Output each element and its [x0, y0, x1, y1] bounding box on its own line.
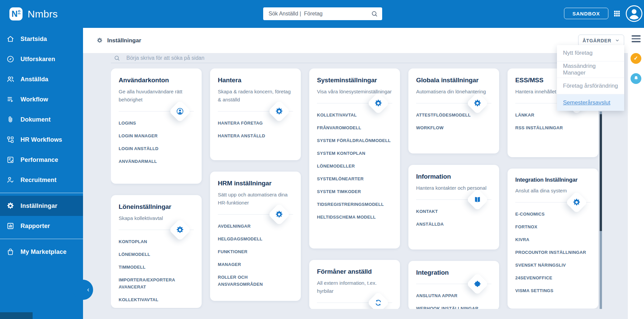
- brand[interactable]: N o Nmbrs: [9, 0, 58, 28]
- card-hantera: HanteraSkapa & radera koncern, företag &…: [210, 69, 301, 160]
- scrollbar-thumb[interactable]: [600, 114, 602, 231]
- card-link-lankar[interactable]: LÄNKAR: [515, 111, 591, 119]
- workflow-icon: [6, 95, 14, 103]
- menu-item-massandring-manager[interactable]: Massändring Manager: [557, 61, 624, 78]
- sidebar-item-dokument[interactable]: Dokument: [0, 109, 83, 130]
- menu-item-semesterarsavslut[interactable]: Semesterårsavslut: [557, 94, 624, 111]
- sidebar-item-label: HR Workflows: [21, 136, 62, 143]
- card-link-heltidsschema-modell[interactable]: HELTIDSSCHEMA MODELL: [317, 214, 392, 221]
- card-link-lonemodeller[interactable]: LÖNEMODELLER: [317, 163, 392, 170]
- card-links: ATTESTFLÖDESMODELLWORKFLOW: [416, 111, 491, 131]
- card-link-funktioner[interactable]: FUNKTIONER: [218, 248, 293, 255]
- sidebar-item-rapporter[interactable]: Rapporter: [0, 216, 83, 236]
- card-link-franvaromodell[interactable]: FRÅNVAROMODELL: [317, 124, 392, 131]
- card-title: Information: [416, 173, 491, 180]
- card-link-procountor-installningar[interactable]: PROCOUNTOR INSTÄLLNINGAR: [515, 249, 591, 256]
- card-link-webhook-installningar[interactable]: WEBHOOK INSTÄLLNINGAR: [416, 305, 491, 309]
- card-link-avdelningar[interactable]: AVDELNINGAR: [218, 223, 293, 230]
- card-link-kollektivavtal[interactable]: KOLLEKTIVAVTAL: [119, 296, 194, 303]
- notification-alerts[interactable]: [631, 73, 641, 84]
- card-divider: [416, 199, 491, 200]
- sidebar-item-startsida[interactable]: Startsida: [0, 29, 83, 49]
- card-link-manager[interactable]: MANAGER: [218, 261, 293, 268]
- card-link-anslutna-appar[interactable]: ANSLUTNA APPAR: [416, 292, 491, 299]
- sidebar-item-label: Dokument: [21, 116, 51, 123]
- card-link-logins[interactable]: LOGINS: [119, 120, 194, 127]
- card-link-timmodell[interactable]: TIMMODELL: [119, 264, 194, 271]
- card-link-kontakt[interactable]: KONTAKT: [416, 208, 491, 215]
- card-link-system-timkoder[interactable]: SYSTEM TIMKODER: [317, 188, 392, 195]
- sandbox-button[interactable]: SANDBOX: [564, 8, 608, 19]
- menu-icon[interactable]: [632, 35, 641, 42]
- card-links: E-CONOMICSFORTNOXKIVRAPROCOUNTOR INSTÄLL…: [515, 211, 591, 294]
- card-title: Systeminställningar: [317, 77, 392, 84]
- sidebar-item-anstallda[interactable]: Anställda: [0, 69, 83, 89]
- card-links: KONTAKTANSTÄLLDA: [416, 208, 491, 228]
- menu-item-nytt-foretag[interactable]: Nytt företag: [557, 45, 624, 61]
- search-icon[interactable]: [371, 10, 378, 17]
- sidebar-item-label: Rapporter: [21, 223, 50, 230]
- card-link-tidsregistreringsmodell[interactable]: TIDSREGISTRERINGSMODELL: [317, 201, 392, 208]
- card-hrm-installningar: HRM inställningarSätt upp och automatise…: [210, 172, 301, 301]
- card-link-systemlonearter[interactable]: SYSTEMLÖNEARTER: [317, 175, 392, 182]
- sidebar-item-recruitment[interactable]: Recruitment: [0, 170, 83, 190]
- card-link-anvandarmall[interactable]: ANVÄNDARMALL: [119, 158, 194, 165]
- card-link-login-anstalld[interactable]: LOGIN ANSTÄLLD: [119, 145, 194, 152]
- sidebar-item-utforskaren[interactable]: Utforskaren: [0, 49, 83, 69]
- card-title: Förmåner anställd: [317, 268, 392, 275]
- card-link-lonemodell[interactable]: LÖNEMODELL: [119, 251, 194, 258]
- sidebar-item-my-marketplace[interactable]: My Marketplace: [0, 242, 83, 262]
- card-link-kivra[interactable]: KIVRA: [515, 236, 591, 243]
- chevron-left-icon: [86, 287, 91, 292]
- card-link-rss-installningar[interactable]: RSS INSTÄLLNINGAR: [515, 124, 591, 131]
- sidebar-item-label: Recruitment: [21, 177, 56, 184]
- card-link-svenskt-naringsliv[interactable]: SVENSKT NÄRINGSLIV: [515, 262, 591, 269]
- home-icon: [6, 35, 14, 43]
- bell-icon: [633, 75, 639, 82]
- actions-button[interactable]: ÅTGÄRDER: [578, 35, 624, 46]
- card-link-system-foraldralonmodell[interactable]: SYSTEM FÖRÄLDRALÖNMODELL: [317, 137, 392, 144]
- sidebar-item-label: Anställda: [21, 76, 48, 83]
- card-link-attestflodesmodell[interactable]: ATTESTFLÖDESMODELL: [416, 111, 491, 119]
- sidebar: StartsidaUtforskarenAnställdaWorkflowDok…: [0, 28, 83, 319]
- card-link-kontoplan[interactable]: KONTOPLAN: [119, 238, 194, 245]
- sidebar-item-performance[interactable]: Performance: [0, 150, 83, 170]
- card-link-roller-och-ansvarsomraden[interactable]: ROLLER OCH ANSVARSOMRÅDEN: [218, 274, 293, 288]
- card-subtitle: Sätt upp och automatisera dina HR-funkti…: [218, 191, 293, 207]
- sidebar-item-installningar[interactable]: Inställningar: [0, 196, 83, 216]
- card-link-workflow[interactable]: WORKFLOW: [416, 124, 491, 131]
- chevron-down-icon: [615, 38, 620, 43]
- gear-icon: [374, 99, 383, 107]
- check-icon: ✓: [634, 55, 638, 61]
- card-link-24sevenoffice[interactable]: 24SEVENOFFICE: [515, 274, 591, 281]
- card-column: AnvändarkontonGe alla huvudanvändare rät…: [111, 69, 202, 309]
- card-link-kollektivavtal[interactable]: KOLLEKTIVAVTAL: [317, 111, 392, 119]
- card-link-importera-exportera-avancerat[interactable]: IMPORTERA/EXPORTERA AVANCERAT: [119, 276, 194, 290]
- gear-icon: [275, 107, 283, 116]
- card-link-system-kontoplan[interactable]: SYSTEM KONTOPLAN: [317, 150, 392, 157]
- card-link-anstallda[interactable]: ANSTÄLLDA: [416, 221, 491, 228]
- card-link-login-manager[interactable]: LOGIN MANAGER: [119, 132, 194, 139]
- apps-grid-icon[interactable]: [613, 10, 621, 17]
- card-link-helgdagsmodell[interactable]: HELGDAGSMODELL: [218, 235, 293, 242]
- card-link-visma-settings[interactable]: VISMA SETTINGS: [515, 287, 591, 294]
- card-links: KONTOPLANLÖNEMODELLTIMMODELLIMPORTERA/EX…: [119, 238, 194, 303]
- card-title: Hantera: [218, 77, 293, 84]
- menu-item-foretag-arsforandring[interactable]: Företag årsförändring: [557, 78, 624, 94]
- user-avatar-icon[interactable]: [625, 5, 643, 22]
- card-link-hantera-foretag[interactable]: HANTERA FÖRETAG: [218, 120, 293, 127]
- content: AnvändarkontonGe alla huvudanvändare rät…: [83, 53, 628, 319]
- sidebar-item-workflow[interactable]: Workflow: [0, 89, 83, 109]
- card-link-fortnox[interactable]: FORTNOX: [515, 223, 591, 230]
- card-loneinstallningar: LöneinställningarSkapa kollektivavtalKON…: [111, 195, 202, 308]
- sidebar-item-hr-workflows[interactable]: HR Workflows: [0, 130, 83, 150]
- page-search-input[interactable]: [126, 55, 598, 61]
- card-link-e-conomics[interactable]: E-CONOMICS: [515, 211, 591, 218]
- global-search-input[interactable]: [263, 11, 371, 17]
- rail-badges: ✓: [628, 53, 644, 84]
- sidebar-collapse-button[interactable]: [73, 280, 93, 300]
- notification-tasks-done[interactable]: ✓: [631, 53, 641, 64]
- card-divider: [119, 111, 194, 111]
- card-link-hantera-anstalld[interactable]: HANTERA ANSTÄLLD: [218, 132, 293, 139]
- card-title: Globala inställningar: [416, 77, 491, 84]
